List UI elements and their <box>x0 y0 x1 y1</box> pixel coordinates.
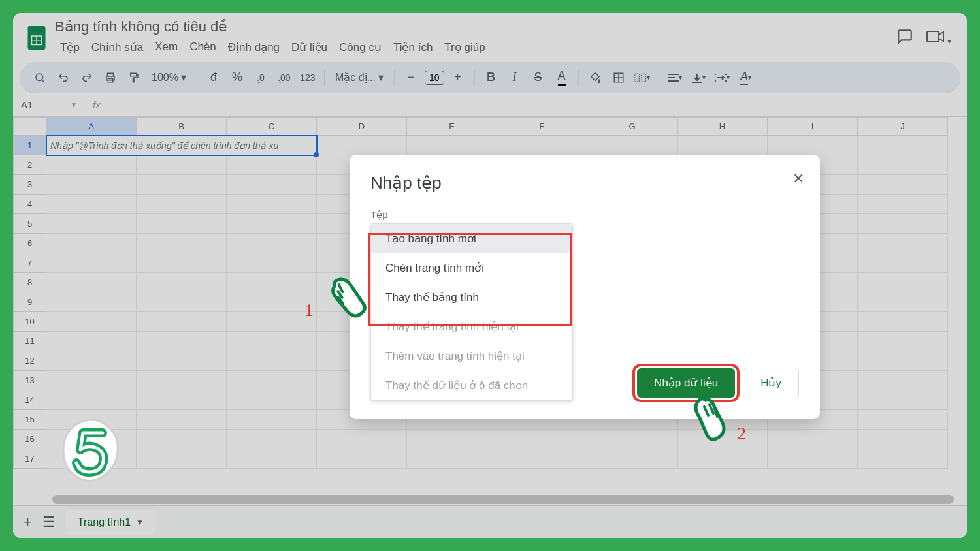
cell-B6[interactable] <box>137 234 227 253</box>
cell-E17[interactable] <box>407 449 497 469</box>
percent-format[interactable]: % <box>227 68 247 87</box>
row-header-10[interactable]: 10 <box>14 312 46 332</box>
cell-J15[interactable] <box>858 410 948 430</box>
import-option-2[interactable]: Thay thế bảng tính <box>371 283 572 312</box>
cancel-button[interactable]: Hủy <box>743 368 799 398</box>
cell-J8[interactable] <box>858 273 948 292</box>
cell-C7[interactable] <box>227 253 317 273</box>
zoom-select[interactable]: 100% ▾ <box>148 71 190 84</box>
import-data-button[interactable]: Nhập dữ liệu <box>637 368 735 398</box>
import-option-1[interactable]: Chèn trang tính mới <box>371 253 572 283</box>
cell-C9[interactable] <box>227 292 317 312</box>
cell-J16[interactable] <box>858 430 948 449</box>
cell-B8[interactable] <box>137 273 227 292</box>
cell-B4[interactable] <box>137 195 227 214</box>
row-header-6[interactable]: 6 <box>14 234 46 253</box>
cell-J2[interactable] <box>858 155 948 175</box>
cell-A2[interactable] <box>46 155 137 175</box>
menu-tiện-ích[interactable]: Tiện ích <box>388 38 438 57</box>
cell-D17[interactable] <box>317 449 407 469</box>
cell-A14[interactable] <box>46 390 137 410</box>
cell-A3[interactable] <box>46 175 137 195</box>
cell-A13[interactable] <box>46 371 137 390</box>
cell-D1[interactable] <box>317 136 407 155</box>
cell-H16[interactable] <box>678 430 768 449</box>
cell-J1[interactable] <box>858 136 948 155</box>
select-all-corner[interactable] <box>14 118 46 136</box>
menu-công-cụ[interactable]: Công cụ <box>334 38 387 57</box>
row-header-2[interactable]: 2 <box>14 155 46 175</box>
cell-J12[interactable] <box>858 351 948 371</box>
cell-F17[interactable] <box>497 449 587 469</box>
import-option-0[interactable]: Tạo bảng tính mới <box>371 224 572 253</box>
cell-B3[interactable] <box>137 175 227 195</box>
paint-format-icon[interactable] <box>124 68 144 87</box>
cell-C3[interactable] <box>227 175 317 195</box>
search-icon[interactable] <box>30 68 50 87</box>
cell-A5[interactable] <box>46 214 137 234</box>
wrap-button[interactable]: ▾ <box>713 68 732 87</box>
print-icon[interactable] <box>101 68 120 87</box>
cell-B5[interactable] <box>137 214 227 234</box>
v-align-button[interactable]: ▾ <box>689 68 709 87</box>
cell-G1[interactable] <box>587 136 678 155</box>
cell-B10[interactable] <box>137 312 227 332</box>
font-size-increase[interactable]: + <box>448 68 468 87</box>
row-header-15[interactable]: 15 <box>14 410 46 430</box>
row-header-5[interactable]: 5 <box>14 214 46 234</box>
cell-J11[interactable] <box>858 332 948 351</box>
cell-J9[interactable] <box>858 292 948 312</box>
cell-I17[interactable] <box>768 449 858 469</box>
row-header-13[interactable]: 13 <box>14 371 46 390</box>
col-header-C[interactable]: C <box>227 118 317 136</box>
cell-B7[interactable] <box>137 253 227 273</box>
cell-B11[interactable] <box>137 332 227 351</box>
menu-chèn[interactable]: Chèn <box>184 38 221 57</box>
row-header-12[interactable]: 12 <box>14 351 46 371</box>
font-size-decrease[interactable]: − <box>401 68 421 87</box>
cell-I1[interactable] <box>768 136 858 155</box>
cell-C8[interactable] <box>227 273 317 292</box>
cell-C14[interactable] <box>227 390 317 410</box>
cell-B2[interactable] <box>137 155 227 175</box>
cell-B9[interactable] <box>137 292 227 312</box>
italic-button[interactable]: I <box>505 68 525 87</box>
row-header-7[interactable]: 7 <box>14 253 46 273</box>
cell-A4[interactable] <box>46 195 137 214</box>
cell-B14[interactable] <box>137 390 227 410</box>
cell-C16[interactable] <box>227 430 317 449</box>
cell-A7[interactable] <box>46 253 137 273</box>
undo-icon[interactable] <box>54 68 73 87</box>
cell-B12[interactable] <box>137 351 227 371</box>
cell-C11[interactable] <box>227 332 317 351</box>
add-sheet-button[interactable]: + <box>24 514 32 531</box>
cell-A11[interactable] <box>46 332 137 351</box>
cell-E1[interactable] <box>407 136 497 155</box>
increase-decimal[interactable]: .00→ <box>274 68 294 87</box>
cell-A12[interactable] <box>46 351 137 371</box>
cell-C4[interactable] <box>227 195 317 214</box>
cell-J6[interactable] <box>858 234 948 253</box>
cell-I16[interactable] <box>768 430 858 449</box>
cell-J10[interactable] <box>858 312 948 332</box>
import-location-dropdown[interactable]: Tạo bảng tính mớiChèn trang tính mớiThay… <box>370 223 573 401</box>
col-header-H[interactable]: H <box>678 118 768 136</box>
cell-C17[interactable] <box>227 449 317 469</box>
cell-C15[interactable] <box>227 410 317 430</box>
menu-trợ-giúp[interactable]: Trợ giúp <box>439 38 490 57</box>
cell-J4[interactable] <box>858 195 948 214</box>
cell-C6[interactable] <box>227 234 317 253</box>
cell-G17[interactable] <box>587 449 678 469</box>
cell-C5[interactable] <box>227 214 317 234</box>
comment-icon[interactable] <box>896 28 913 48</box>
cell-B13[interactable] <box>137 371 227 390</box>
menu-dữ-liệu[interactable]: Dữ liệu <box>286 38 333 57</box>
row-header-16[interactable]: 16 <box>14 430 46 449</box>
cell-F16[interactable] <box>497 430 587 449</box>
row-header-3[interactable]: 3 <box>14 175 46 195</box>
all-sheets-button[interactable]: ☰ <box>42 514 56 531</box>
sheet-tab-1[interactable]: Trang tính1▼ <box>66 510 155 535</box>
cell-A8[interactable] <box>46 273 137 292</box>
strikethrough-button[interactable]: S <box>529 68 548 87</box>
bold-button[interactable]: B <box>482 68 501 87</box>
